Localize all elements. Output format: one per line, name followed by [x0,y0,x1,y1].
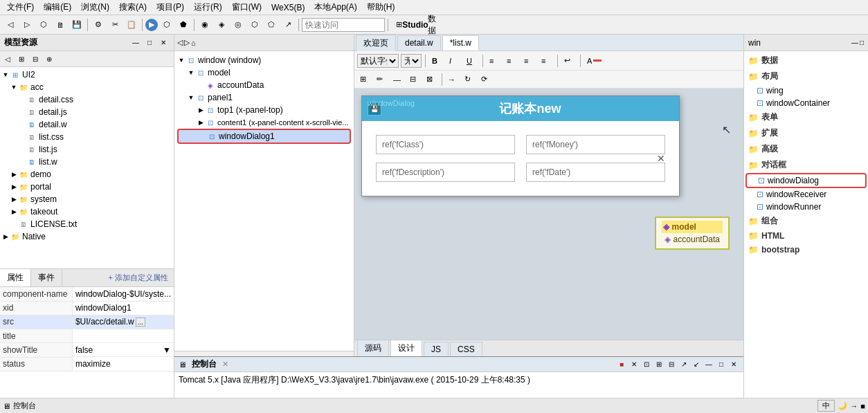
menu-run[interactable]: 运行(R) [190,0,226,15]
comp-tree-window[interactable]: ▼ ⊡ window (window) [177,54,351,66]
toolbar-btn-run[interactable]: ▶ [145,19,158,31]
status-stop-btn[interactable]: ■ [860,402,865,410]
dialog-field-fclass[interactable]: ref('fClass') [376,135,515,154]
panel-btn-maximize[interactable]: □ [143,37,156,49]
tree-tool-4[interactable]: ⊕ [43,53,55,65]
status-lang-btn[interactable]: 中 [817,400,835,412]
font-size-select[interactable]: 无 [401,54,422,68]
props-value-xid[interactable]: windowDialog1 [72,301,174,315]
menu-search[interactable]: 搜索(A) [115,0,151,15]
align-center-btn[interactable]: ≡ [504,53,519,68]
console-btn-6[interactable]: ↗ [678,359,689,370]
toolbar-studio[interactable]: Studio [408,17,423,33]
right-node-windowreceiver[interactable]: ⊡ windowReceiver [745,188,867,201]
tree-node-detail-w[interactable]: 🗎 detail.w [1,118,172,131]
tree-tool-3[interactable]: ⊟ [29,53,42,65]
table-btn[interactable]: ⊟ [407,72,422,87]
quick-access-input[interactable] [302,18,385,32]
tree-tool-2[interactable]: ⊞ [15,53,28,65]
bottom-tab-source[interactable]: 源码 [357,340,389,356]
right-node-windowcontainer[interactable]: ⊡ windowContainer [745,97,867,109]
dropdown-icon-showtitle[interactable]: ▼ [163,345,171,355]
toolbar-btn-14[interactable]: ⬡ [247,17,262,33]
console-stop-btn[interactable]: ■ [616,359,627,370]
bottom-tab-design[interactable]: 设计 [390,340,422,356]
line-btn[interactable]: — [390,72,406,87]
tree-node-list-css[interactable]: 🗎 list.css [1,131,172,143]
toolbar-btn-12[interactable]: ◈ [214,17,229,33]
grid-btn[interactable]: ⊞ [357,72,372,87]
comp-tree-accountdata[interactable]: ◈ accountData [177,79,351,91]
underline-btn[interactable]: U [464,53,479,68]
props-value-src[interactable]: $UI/acc/detail.w ... [73,315,174,329]
align-right-btn[interactable]: ≡ [521,53,536,68]
toolbar-btn-15[interactable]: ⬠ [264,17,279,33]
tree-node-detail-js[interactable]: 🗎 detail.js [1,106,172,118]
console-btn-8[interactable]: — [703,359,714,370]
toolbar-btn-16[interactable]: ↗ [280,17,296,33]
refresh-btn[interactable]: ↻ [462,72,477,87]
expand-icon-native[interactable]: ▶ [1,233,10,240]
props-scroll-area[interactable]: component-name windowDialog-$UI/syste...… [0,287,174,398]
toolbar-btn-4[interactable]: 🗎 [53,17,68,33]
dialog-field-fdescription[interactable]: ref('fDescription') [376,163,515,182]
expand-window[interactable]: ▼ [177,57,186,64]
right-panel-minimize[interactable]: — [851,39,858,46]
props-src-browse-btn[interactable]: ... [136,318,145,327]
console-btn-5[interactable]: ⊟ [666,359,677,370]
expand-model[interactable]: ▼ [187,69,195,76]
expand-content1[interactable]: ▶ [197,119,205,126]
panel-btn-close[interactable]: ✕ [157,37,170,49]
toolbar-data[interactable]: 数据 [424,17,440,33]
props-add-button[interactable]: + 添加自定义属性 [103,271,174,284]
tree-node-native[interactable]: ▶ 📁 Native [1,230,172,243]
console-clear-btn[interactable]: ✕ [629,359,640,370]
right-node-windowdialog[interactable]: ⊡ windowDialog [745,173,867,188]
format-btn-1[interactable]: ↩ [561,53,577,68]
expand-icon-system[interactable]: ▶ [10,196,18,203]
align-justify-btn[interactable]: ≡ [539,53,554,68]
comp-tree-content1[interactable]: ▶ ⊡ content1 (x-panel-content x-scroll-v… [177,116,351,129]
props-value-status[interactable]: maximize [72,357,174,371]
dialog-field-fdate[interactable]: ref('fDate') [526,163,665,182]
tree-tool-1[interactable]: ◁ [1,53,14,65]
editor-tab-list[interactable]: *list.w [442,35,479,51]
pen-btn[interactable]: ✏ [374,72,389,87]
color-btn[interactable]: A [584,53,604,68]
menu-edit[interactable]: 编辑(E) [39,0,75,15]
toolbar-btn-6[interactable]: ⚙ [91,17,106,33]
tree-node-system[interactable]: ▶ 📁 system [1,193,172,205]
bottom-tab-css[interactable]: CSS [450,342,482,356]
toolbar-btn-7[interactable]: ✂ [107,17,123,33]
console-btn-7[interactable]: ↙ [691,359,702,370]
expand-panel1[interactable]: ▼ [187,94,195,101]
toolbar-btn-9[interactable]: ⬡ [159,17,174,33]
right-node-windowrunner[interactable]: ⊡ windowRunner [745,201,867,213]
props-tab-events[interactable]: 事件 [31,269,62,286]
right-node-wing[interactable]: ⊡ wing [745,84,867,97]
console-btn-4[interactable]: ⊞ [653,359,664,370]
props-value-title[interactable] [72,329,174,343]
expand-icon-portal[interactable]: ▶ [10,183,18,190]
tree-node-license[interactable]: 🗎 LICENSE.txt [1,218,172,230]
menu-file[interactable]: 文件(F) [3,0,38,15]
dialog-close-btn[interactable]: ✕ [654,152,668,165]
console-btn-3[interactable]: ⊡ [641,359,652,370]
font-select[interactable]: 默认字体 [357,54,399,68]
comp-tree-model[interactable]: ▼ ⊡ model [177,66,351,79]
tree-node-takeout[interactable]: ▶ 📁 takeout [1,205,172,218]
toolbar-btn-5[interactable]: 💾 [69,17,84,33]
comp-tree-top1[interactable]: ▶ ⊡ top1 (x-panel-top) [177,104,351,116]
menu-window[interactable]: 窗口(W) [228,0,266,15]
toolbar-btn-10[interactable]: ⬟ [176,17,191,33]
comp-tree-panel1[interactable]: ▼ ⊡ panel1 [177,91,351,104]
status-moon-btn[interactable]: 🌙 [838,401,847,410]
toolbar-btn-1[interactable]: ◁ [3,17,18,33]
comp-tree-hscroll[interactable] [174,351,354,356]
tree-node-list-w[interactable]: 🗎 list.w [1,156,172,168]
refresh2-btn[interactable]: ⟳ [478,72,494,87]
tree-node-list-js[interactable]: 🗎 list.js [1,143,172,156]
props-value-component-name[interactable]: windowDialog-$UI/syste... [72,287,174,301]
model-tree[interactable]: ▼ ⊞ UI2 ▼ 📁 acc 🗎 detail.css [0,67,174,268]
editor-tab-detail[interactable]: detail.w [397,35,441,50]
